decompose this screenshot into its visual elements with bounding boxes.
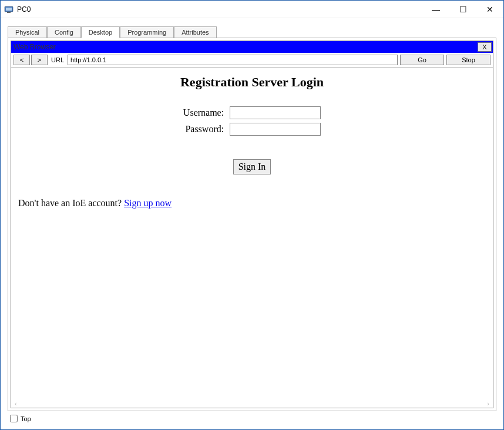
titlebar: PC0 — ☐ ✕: [1, 1, 503, 18]
close-button[interactable]: ✕: [476, 1, 503, 18]
login-page: Registration Server Login Username: Pass…: [11, 68, 493, 216]
browser-content: Registration Server Login Username: Pass…: [11, 67, 493, 399]
tab-config[interactable]: Config: [47, 26, 81, 38]
password-label: Password:: [181, 122, 226, 137]
window-controls: — ☐ ✕: [422, 1, 503, 18]
signup-prompt: Don't have an IoE account?: [18, 198, 124, 208]
app-icon: [4, 5, 14, 14]
tab-attributes[interactable]: Attributes: [174, 26, 216, 38]
minimize-button[interactable]: —: [422, 1, 449, 18]
signup-line: Don't have an IoE account? Sign up now: [18, 198, 486, 209]
scroll-right-icon: ›: [487, 400, 489, 407]
browser-toolbar: < > URL Go Stop: [11, 53, 493, 67]
forward-button[interactable]: >: [31, 55, 48, 65]
tab-programming[interactable]: Programming: [120, 26, 174, 38]
window-title: PC0: [17, 5, 422, 14]
maximize-button[interactable]: ☐: [449, 1, 476, 18]
password-input[interactable]: [230, 123, 321, 136]
stop-button[interactable]: Stop: [446, 55, 490, 65]
tab-desktop[interactable]: Desktop: [81, 26, 120, 38]
horizontal-scrollbar[interactable]: ‹ ›: [11, 399, 493, 408]
tab-physical[interactable]: Physical: [8, 26, 47, 38]
desktop-tab-content: Web Browser X < > URL Go Stop Registrati…: [8, 38, 496, 411]
svg-rect-1: [6, 8, 12, 11]
username-input[interactable]: [230, 106, 321, 119]
browser-titlebar: Web Browser X: [11, 41, 493, 53]
sign-in-button[interactable]: Sign In: [233, 159, 271, 174]
top-label: Top: [21, 415, 31, 422]
svg-rect-2: [7, 12, 11, 13]
username-label: Username:: [181, 105, 226, 120]
scroll-left-icon: ‹: [15, 400, 17, 407]
tab-strip: Physical Config Desktop Programming Attr…: [8, 25, 496, 38]
back-button[interactable]: <: [14, 55, 30, 65]
page-heading: Registration Server Login: [18, 75, 486, 90]
web-browser-panel: Web Browser X < > URL Go Stop Registrati…: [11, 41, 493, 408]
login-form: Username: Password:: [180, 104, 324, 138]
window-body: Physical Config Desktop Programming Attr…: [1, 18, 503, 429]
url-input[interactable]: [68, 55, 398, 65]
browser-title: Web Browser: [14, 43, 56, 51]
footer: Top: [8, 411, 496, 422]
url-label: URL: [51, 56, 64, 63]
sign-up-link[interactable]: Sign up now: [124, 198, 172, 208]
browser-close-button[interactable]: X: [478, 42, 492, 52]
top-checkbox[interactable]: [10, 415, 18, 422]
go-button[interactable]: Go: [400, 55, 444, 65]
app-window: PC0 — ☐ ✕ Physical Config Desktop Progra…: [0, 0, 504, 430]
